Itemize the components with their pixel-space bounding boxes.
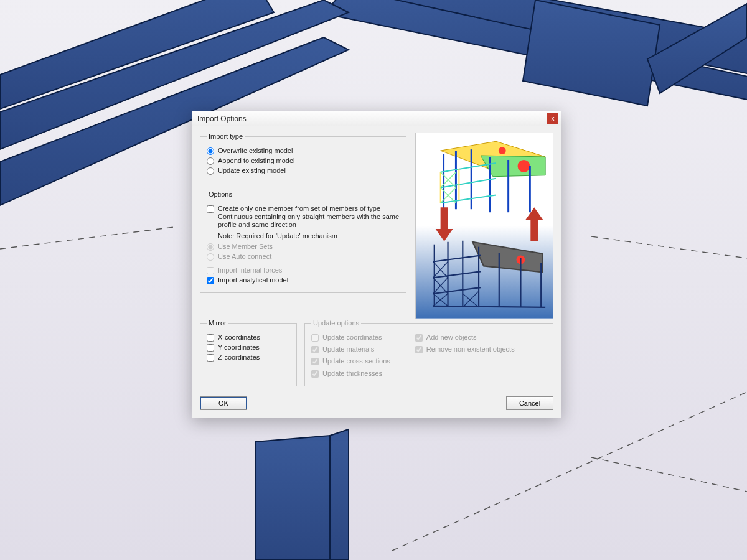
radio-update-input[interactable] <box>207 167 214 175</box>
legend-update-options: Update options <box>311 319 361 327</box>
svg-point-17 <box>499 147 506 154</box>
group-mirror: Mirror X-coordinates Y-coordinates Z-coo… <box>200 319 297 386</box>
check-update-cross-sections-input <box>311 358 319 365</box>
dialog-title: Import Options <box>197 114 247 123</box>
check-remove-nonexistent-input <box>415 346 423 353</box>
radio-append-input[interactable] <box>207 157 214 165</box>
check-mirror-z-input[interactable] <box>207 354 214 362</box>
svg-line-1 <box>591 236 747 258</box>
check-update-thicknesses-input <box>311 370 319 378</box>
check-update-cross-sections-label: Update cross-sections <box>322 357 390 365</box>
check-add-new-objects-input <box>415 334 423 342</box>
check-mirror-x-input[interactable] <box>207 334 214 342</box>
radio-update[interactable]: Update existing model <box>207 167 400 175</box>
radio-use-auto-connect: Use Auto connect <box>207 253 400 261</box>
check-add-new-objects: Add new objects <box>415 334 515 342</box>
dialog-titlebar[interactable]: Import Options x <box>192 111 561 126</box>
radio-use-auto-connect-label: Use Auto connect <box>218 253 271 261</box>
radio-overwrite-label: Overwrite existing model <box>218 147 293 155</box>
check-create-one-member-label: Create only one member from set of membe… <box>218 205 400 230</box>
check-mirror-y[interactable]: Y-coordinates <box>207 343 290 352</box>
svg-line-0 <box>0 227 174 249</box>
group-update-options: Update options Update coordinates Update… <box>304 319 553 386</box>
check-update-thicknesses: Update thicknesses <box>311 370 390 378</box>
check-update-coordinates-input <box>311 334 319 342</box>
group-import-type: Import type Overwrite existing model App… <box>200 133 406 184</box>
check-mirror-z-label: Z-coordinates <box>218 353 260 362</box>
check-import-analytical-model[interactable]: Import analytical model <box>207 276 400 284</box>
check-mirror-x-label: X-coordinates <box>218 334 260 342</box>
radio-overwrite-input[interactable] <box>207 147 214 155</box>
check-mirror-y-input[interactable] <box>207 344 214 352</box>
check-remove-nonexistent: Remove non-existent objects <box>415 345 515 353</box>
radio-append-label: Append to existing model <box>218 157 295 165</box>
import-options-dialog: Import Options x Import type Overwrite e… <box>192 111 561 418</box>
check-create-one-member[interactable]: Create only one member from set of membe… <box>207 205 400 230</box>
check-remove-nonexistent-label: Remove non-existent objects <box>426 345 515 353</box>
radio-use-auto-connect-input <box>207 253 214 261</box>
cancel-button[interactable]: Cancel <box>506 396 553 410</box>
group-options: Options Create only one member from set … <box>200 190 406 293</box>
check-create-one-member-input[interactable] <box>207 205 214 213</box>
check-mirror-y-label: Y-coordinates <box>218 343 260 352</box>
check-import-internal-forces: Import internal forces <box>207 266 400 274</box>
svg-marker-8 <box>330 429 349 560</box>
check-add-new-objects-label: Add new objects <box>426 334 477 342</box>
check-update-cross-sections: Update cross-sections <box>311 357 390 365</box>
legend-import-type: Import type <box>207 133 245 140</box>
close-button[interactable]: x <box>547 113 558 124</box>
check-mirror-z[interactable]: Z-coordinates <box>207 353 290 362</box>
radio-use-member-sets-label: Use Member Sets <box>218 243 273 251</box>
radio-append[interactable]: Append to existing model <box>207 157 400 165</box>
radio-use-member-sets-input <box>207 243 214 251</box>
check-update-materials-input <box>311 346 319 353</box>
legend-mirror: Mirror <box>207 319 228 327</box>
radio-update-label: Update existing model <box>218 167 286 175</box>
close-icon: x <box>552 115 555 122</box>
check-update-coordinates-label: Update coordinates <box>322 334 382 342</box>
options-note: Note: Required for 'Update' mechanism <box>218 232 400 240</box>
svg-line-2 <box>591 457 747 492</box>
radio-use-member-sets: Use Member Sets <box>207 243 400 251</box>
check-import-analytical-model-input[interactable] <box>207 277 214 284</box>
check-import-internal-forces-label: Import internal forces <box>218 266 282 274</box>
check-update-materials: Update materials <box>311 345 390 353</box>
check-import-internal-forces-input <box>207 267 214 274</box>
svg-marker-7 <box>255 436 330 560</box>
preview-image <box>415 133 553 319</box>
legend-options: Options <box>207 190 234 198</box>
svg-point-16 <box>518 160 530 172</box>
check-update-thicknesses-label: Update thicknesses <box>322 370 382 378</box>
ok-button[interactable]: OK <box>200 396 247 410</box>
check-import-analytical-model-label: Import analytical model <box>218 276 288 284</box>
check-update-coordinates: Update coordinates <box>311 334 390 342</box>
check-update-materials-label: Update materials <box>322 345 374 353</box>
check-mirror-x[interactable]: X-coordinates <box>207 334 290 342</box>
radio-overwrite[interactable]: Overwrite existing model <box>207 147 400 155</box>
